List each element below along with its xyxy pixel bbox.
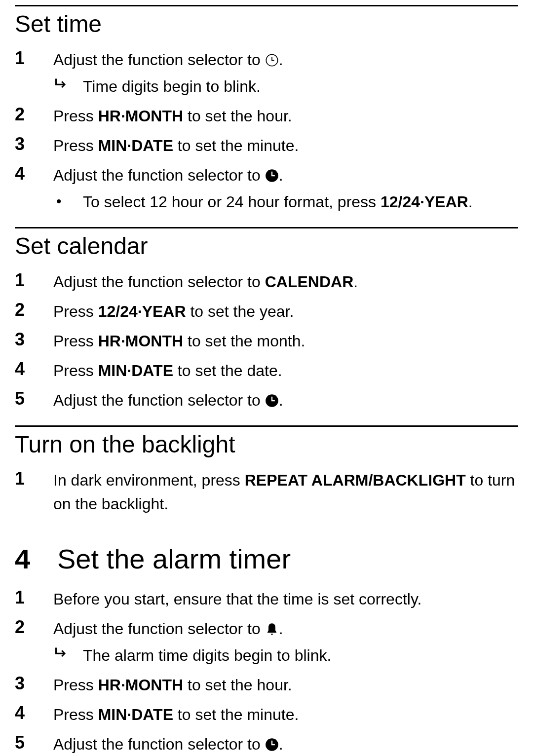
step-text: Press (53, 362, 98, 379)
step-text: . (279, 166, 283, 184)
step-bold: MIN·DATE (98, 706, 173, 723)
step-text: Before you start, ensure that the time i… (53, 590, 421, 608)
sub-bold: 12/24·YEAR (381, 193, 468, 211)
bell-icon (265, 622, 279, 636)
list-item: In dark environment, press REPEAT ALARM/… (15, 465, 518, 518)
clock-solid-icon (265, 738, 279, 752)
steps-set-calendar: Adjust the function selector to CALENDAR… (15, 266, 518, 415)
step-text: . (279, 735, 283, 753)
list-item: Press HR·MONTH to set the hour. (15, 101, 518, 130)
sub-text: The alarm time digits begin to blink. (83, 643, 518, 667)
step-text: to set the date. (173, 362, 282, 379)
steps-alarm: Before you start, ensure that the time i… (15, 584, 518, 756)
step-text: Press (53, 107, 98, 125)
heading-set-calendar: Set calendar (15, 228, 518, 266)
list-item: Adjust the function selector to . (15, 385, 518, 415)
step-text: . (279, 620, 283, 638)
list-item: Adjust the function selector to CALENDAR… (15, 266, 518, 296)
steps-backlight: In dark environment, press REPEAT ALARM/… (15, 465, 518, 518)
step-text: In dark environment, press (53, 471, 245, 489)
list-item: Press 12/24·YEAR to set the year. (15, 296, 518, 326)
clock-outline-icon (265, 53, 279, 67)
bullet-icon: • (53, 190, 83, 212)
heading-set-time: Set time (15, 6, 518, 44)
step-text: to set the month. (183, 332, 305, 350)
heading-backlight: Turn on the backlight (15, 427, 518, 465)
step-text: Adjust the function selector to (53, 735, 265, 753)
step-text: Press (53, 332, 98, 350)
result-arrow-icon (53, 643, 83, 666)
step-bold: HR·MONTH (98, 676, 183, 694)
sub-text: To select 12 hour or 24 hour format, pre… (83, 190, 518, 214)
step-text: Adjust the function selector to (53, 273, 265, 291)
step-bold: HR·MONTH (98, 332, 183, 350)
step-text: Adjust the function selector to (53, 391, 265, 409)
step-bold: MIN·DATE (98, 362, 173, 379)
step-bold: REPEAT ALARM/BACKLIGHT (245, 471, 466, 489)
list-item: Before you start, ensure that the time i… (15, 584, 518, 613)
step-text: Adjust the function selector to (53, 166, 265, 184)
sub-post: . (468, 193, 473, 211)
list-item: Press HR·MONTH to set the month. (15, 326, 518, 355)
step-text: Adjust the function selector to (53, 51, 265, 69)
step-bold: HR·MONTH (98, 107, 183, 125)
step-text: to set the minute. (173, 706, 299, 723)
step-bold: CALENDAR (265, 273, 354, 291)
list-item: Adjust the function selector to . The al… (15, 613, 518, 670)
steps-set-time: Adjust the function selector to . Time d… (15, 44, 518, 216)
step-text: . (279, 391, 283, 409)
step-text: Press (53, 706, 98, 723)
step-text: . (279, 51, 283, 69)
chapter-title: Set the alarm timer (57, 543, 291, 575)
sub-text: Time digits begin to blink. (83, 75, 518, 98)
step-text: . (353, 273, 358, 291)
step-text: Press (53, 137, 98, 154)
step-text: to set the hour. (183, 107, 292, 125)
step-text: to set the year. (186, 302, 294, 320)
list-item: Press MIN·DATE to set the date. (15, 355, 518, 385)
list-item: Adjust the function selector to . (15, 729, 518, 756)
list-item: Adjust the function selector to . • To s… (15, 160, 518, 216)
step-text: to set the hour. (183, 676, 292, 694)
clock-solid-icon (265, 394, 279, 408)
chapter-number: 4 (15, 543, 53, 575)
result-arrow-icon (53, 75, 83, 97)
chapter-header: 4 Set the alarm timer (15, 533, 518, 584)
list-item: Press MIN·DATE to set the minute. (15, 130, 518, 160)
step-text: Adjust the function selector to (53, 620, 265, 638)
step-text: Press (53, 302, 98, 320)
step-text: to set the minute. (173, 137, 299, 154)
sub-pre: To select 12 hour or 24 hour format, pre… (83, 193, 381, 211)
clock-solid-icon (265, 169, 279, 183)
step-bold: MIN·DATE (98, 137, 173, 154)
step-text: Press (53, 676, 98, 694)
list-item: Adjust the function selector to . Time d… (15, 44, 518, 101)
list-item: Press HR·MONTH to set the hour. (15, 670, 518, 699)
step-bold: 12/24·YEAR (98, 302, 186, 320)
list-item: Press MIN·DATE to set the minute. (15, 699, 518, 729)
